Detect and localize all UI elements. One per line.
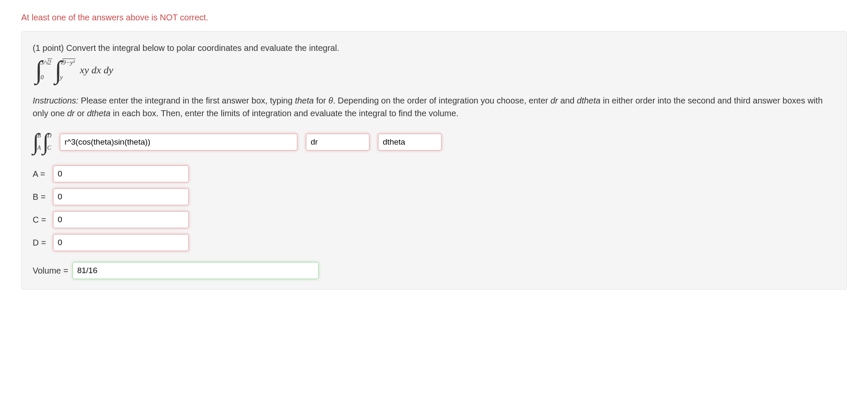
limits-block: A = B = C = D = bbox=[33, 165, 835, 251]
problem-panel: (1 point) Convert the integral below to … bbox=[21, 31, 847, 290]
volume-input[interactable] bbox=[73, 262, 319, 279]
problem-prompt: (1 point) Convert the integral below to … bbox=[33, 42, 835, 54]
integrand: xy dx dy bbox=[80, 64, 113, 76]
D-label: D = bbox=[33, 238, 53, 248]
integral-symbol: ∫ bbox=[33, 133, 39, 151]
B-label: B = bbox=[33, 192, 53, 202]
integrand-input[interactable] bbox=[60, 134, 297, 151]
volume-label: Volume = bbox=[33, 266, 68, 276]
volume-row: Volume = bbox=[33, 262, 835, 279]
A-input[interactable] bbox=[53, 165, 189, 182]
instructions-text: Instructions: Please enter the integrand… bbox=[33, 94, 835, 120]
d2-input[interactable] bbox=[378, 134, 442, 151]
A-label: A = bbox=[33, 169, 53, 179]
points-label: (1 point) bbox=[33, 43, 64, 53]
C-label: C = bbox=[33, 215, 53, 225]
D-input[interactable] bbox=[53, 234, 189, 251]
C-input[interactable] bbox=[53, 211, 189, 228]
d1-input[interactable] bbox=[306, 134, 370, 151]
B-input[interactable] bbox=[53, 188, 189, 205]
integral-expression: ∫ 3/√2 0 ∫ √9−y² y xy dx dy bbox=[35, 58, 835, 82]
error-message: At least one of the answers above is NOT… bbox=[21, 13, 847, 22]
inner-upper-bound: √9−y² bbox=[60, 59, 76, 66]
prompt-text: Convert the integral below to polar coor… bbox=[66, 43, 339, 53]
instructions-label: Instructions: bbox=[33, 96, 78, 105]
integral-symbol: ∫ bbox=[42, 133, 49, 151]
outer-lower-bound: 0 bbox=[40, 74, 52, 81]
answer-integral-row: ∫ B A ∫ D C bbox=[33, 131, 835, 153]
integral-symbol: ∫ bbox=[35, 60, 42, 80]
outer-upper-bound: 3/√2 bbox=[40, 59, 52, 66]
inner-lower-bound: y bbox=[60, 74, 76, 81]
integral-symbol: ∫ bbox=[55, 60, 62, 80]
